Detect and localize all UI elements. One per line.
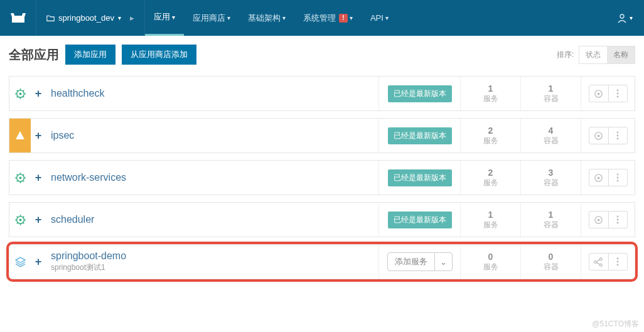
services-count: 1服务 bbox=[460, 77, 520, 110]
add-from-catalog-button[interactable]: 从应用商店添加 bbox=[122, 45, 196, 65]
target-icon bbox=[594, 173, 603, 183]
version-badge: 已经是最新版本 bbox=[388, 169, 452, 186]
stack-name-link[interactable]: scheduler bbox=[51, 214, 378, 225]
chevron-down-icon: ▾ bbox=[385, 14, 389, 21]
chevron-down-icon: ▾ bbox=[350, 14, 353, 21]
svg-point-21 bbox=[19, 218, 21, 221]
target-icon bbox=[594, 131, 603, 141]
svg-point-26 bbox=[617, 222, 619, 224]
row-action-button[interactable] bbox=[589, 212, 608, 228]
stack-name-cell: network-services bbox=[48, 161, 378, 195]
svg-point-10 bbox=[617, 132, 619, 134]
sort-by-state[interactable]: 状态 bbox=[579, 46, 607, 63]
svg-point-29 bbox=[599, 264, 602, 266]
version-badge: 已经是最新版本 bbox=[388, 85, 452, 102]
svg-point-28 bbox=[599, 257, 602, 260]
svg-point-32 bbox=[617, 264, 619, 266]
svg-point-23 bbox=[598, 218, 600, 221]
action-cell bbox=[581, 119, 635, 153]
containers-count: 4容器 bbox=[520, 119, 581, 153]
version-badge: 已经是最新版本 bbox=[388, 127, 452, 144]
stack-name-cell: ipsec bbox=[48, 119, 378, 153]
svg-point-17 bbox=[617, 174, 619, 176]
stack-name-link[interactable]: springboot-demo bbox=[51, 250, 378, 262]
target-icon bbox=[594, 215, 603, 225]
svg-point-6 bbox=[617, 93, 619, 95]
action-cell bbox=[581, 203, 635, 237]
action-cell bbox=[581, 77, 635, 110]
page-title: 全部应用 bbox=[9, 46, 59, 63]
share-icon bbox=[594, 257, 603, 267]
svg-point-0 bbox=[620, 14, 624, 18]
svg-point-16 bbox=[598, 176, 600, 179]
version-cell: 已经是最新版本 bbox=[378, 161, 460, 195]
expand-toggle[interactable]: + bbox=[31, 203, 48, 237]
row-menu-button[interactable] bbox=[608, 254, 627, 270]
logo[interactable] bbox=[0, 0, 36, 36]
services-count: 2服务 bbox=[460, 161, 520, 195]
target-icon bbox=[594, 89, 603, 99]
containers-count: 1容器 bbox=[520, 77, 581, 110]
stack-row: + scheduler 已经是最新版本1服务1容器 bbox=[9, 202, 635, 237]
svg-point-24 bbox=[617, 216, 619, 218]
expand-toggle[interactable]: + bbox=[31, 119, 48, 153]
row-action-button[interactable] bbox=[589, 85, 608, 102]
status-healthy bbox=[9, 77, 31, 110]
project-name: springboot_dev bbox=[58, 13, 114, 23]
sort-by-name[interactable]: 名称 bbox=[607, 46, 635, 63]
layers-icon bbox=[15, 257, 26, 267]
stack-name-link[interactable]: healthcheck bbox=[51, 88, 378, 99]
stack-row: + ipsec 已经是最新版本2服务4容器 bbox=[9, 118, 635, 153]
stack-name-link[interactable]: ipsec bbox=[51, 130, 378, 141]
nav-catalog[interactable]: 应用商店▾ bbox=[184, 0, 239, 36]
cow-icon bbox=[9, 11, 28, 25]
stack-name-cell: healthcheck bbox=[48, 77, 378, 110]
main-nav: 应用▾ 应用商店▾ 基础架构▾ 系统管理!▾ API▾ bbox=[145, 0, 397, 36]
svg-point-31 bbox=[617, 261, 619, 263]
row-action-button[interactable] bbox=[589, 127, 608, 144]
project-selector[interactable]: springboot_dev ▾ ▸ bbox=[36, 0, 145, 36]
kebab-icon bbox=[616, 257, 619, 266]
stack-name-link[interactable]: network-services bbox=[51, 172, 378, 183]
version-cell: 已经是最新版本 bbox=[378, 77, 460, 110]
user-menu[interactable]: ▾ bbox=[606, 0, 644, 36]
row-action-button[interactable] bbox=[589, 169, 608, 186]
stack-name-cell: scheduler bbox=[48, 203, 378, 237]
row-menu-button[interactable] bbox=[608, 85, 627, 102]
nav-api[interactable]: API▾ bbox=[362, 0, 397, 36]
svg-point-25 bbox=[617, 219, 619, 221]
gear-icon bbox=[15, 88, 26, 99]
nav-admin[interactable]: 系统管理!▾ bbox=[294, 0, 362, 36]
svg-point-2 bbox=[19, 92, 21, 95]
row-menu-button[interactable] bbox=[608, 169, 627, 186]
row-menu-button[interactable] bbox=[608, 127, 627, 144]
expand-toggle[interactable]: + bbox=[31, 161, 48, 195]
svg-point-14 bbox=[19, 176, 21, 179]
containers-count: 0容器 bbox=[520, 245, 581, 279]
services-count: 1服务 bbox=[460, 203, 520, 237]
status-healthy bbox=[9, 203, 31, 237]
containers-count: 1容器 bbox=[520, 203, 581, 237]
version-cell: 已经是最新版本 bbox=[378, 119, 460, 153]
warning-icon bbox=[15, 131, 25, 141]
chevron-down-icon: ▾ bbox=[118, 14, 121, 21]
action-cell bbox=[581, 161, 635, 195]
nav-infrastructure[interactable]: 基础架构▾ bbox=[239, 0, 294, 36]
add-service-button[interactable]: 添加服务⌄ bbox=[387, 252, 453, 271]
nav-apps[interactable]: 应用▾ bbox=[145, 0, 184, 36]
services-count: 2服务 bbox=[460, 119, 520, 153]
chevron-down-icon: ▾ bbox=[172, 14, 175, 21]
svg-point-12 bbox=[617, 138, 619, 140]
status-warning bbox=[9, 119, 31, 153]
version-badge: 已经是最新版本 bbox=[388, 212, 452, 228]
expand-toggle[interactable]: + bbox=[31, 77, 48, 110]
svg-point-9 bbox=[598, 134, 600, 137]
row-menu-button[interactable] bbox=[608, 212, 627, 228]
expand-toggle[interactable]: + bbox=[31, 245, 48, 279]
gear-icon bbox=[15, 173, 26, 183]
svg-point-30 bbox=[617, 258, 619, 260]
chevron-down-icon: ▾ bbox=[227, 14, 230, 21]
add-stack-button[interactable]: 添加应用 bbox=[65, 45, 115, 65]
row-action-button[interactable] bbox=[589, 254, 608, 270]
kebab-icon bbox=[616, 131, 619, 140]
